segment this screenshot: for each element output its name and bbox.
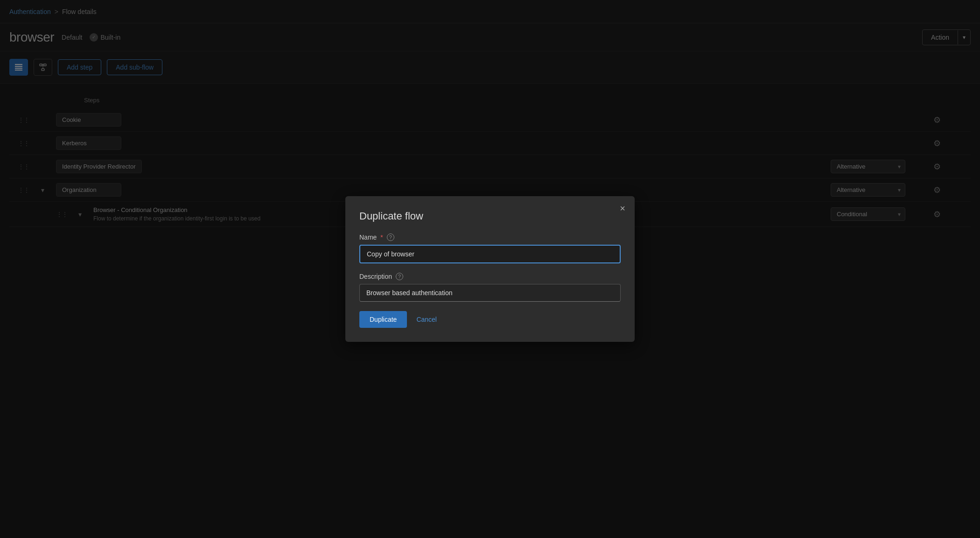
modal-close-button[interactable]: × (620, 204, 625, 213)
name-form-group: Name * ? (359, 234, 621, 263)
description-info-icon[interactable]: ? (396, 273, 403, 280)
duplicate-button[interactable]: Duplicate (359, 311, 407, 328)
name-label-text: Name (359, 234, 377, 241)
name-input[interactable] (359, 245, 621, 263)
name-label-row: Name * ? (359, 234, 621, 241)
modal-actions: Duplicate Cancel (359, 311, 621, 328)
duplicate-flow-modal: × Duplicate flow Name * ? Description ? … (345, 196, 635, 342)
name-info-icon[interactable]: ? (387, 234, 394, 241)
modal-title: Duplicate flow (359, 210, 621, 222)
cancel-button[interactable]: Cancel (414, 311, 439, 328)
description-form-group: Description ? (359, 273, 621, 302)
description-label-row: Description ? (359, 273, 621, 280)
description-label-text: Description (359, 273, 392, 280)
required-star: * (380, 234, 383, 241)
description-input[interactable] (359, 284, 621, 302)
modal-overlay: × Duplicate flow Name * ? Description ? … (0, 0, 980, 538)
